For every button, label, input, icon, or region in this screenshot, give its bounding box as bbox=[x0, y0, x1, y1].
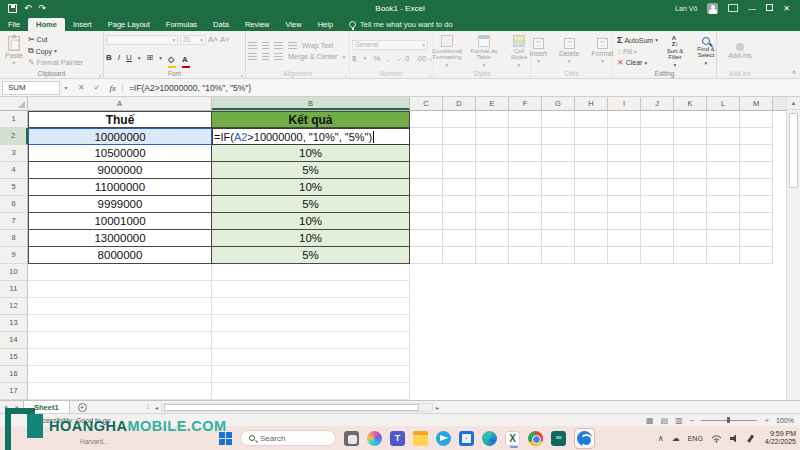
row-header-15[interactable]: 15 bbox=[0, 349, 28, 366]
column-header-m[interactable]: M bbox=[740, 97, 773, 110]
column-header-h[interactable]: H bbox=[575, 97, 608, 110]
percent-style-icon[interactable]: % bbox=[373, 54, 380, 63]
tell-me-box[interactable]: Tell me what you want to do bbox=[341, 18, 461, 31]
cell-b12[interactable] bbox=[212, 298, 410, 315]
underline-button[interactable]: U bbox=[126, 53, 132, 62]
select-all-corner[interactable] bbox=[0, 97, 28, 110]
scroll-up-icon[interactable]: ▲ bbox=[787, 97, 800, 110]
wrap-text-icon[interactable] bbox=[288, 42, 297, 49]
align-middle-icon[interactable] bbox=[262, 42, 269, 49]
column-header-j[interactable]: J bbox=[641, 97, 674, 110]
zoom-in-icon[interactable]: + bbox=[764, 416, 769, 425]
cell-a11[interactable] bbox=[28, 281, 212, 298]
row-header-7[interactable]: 7 bbox=[0, 213, 28, 230]
fill-color-icon[interactable]: ◇ bbox=[168, 48, 176, 68]
vertical-scrollbar[interactable]: ▲ bbox=[786, 97, 800, 400]
align-bottom-icon[interactable] bbox=[274, 42, 283, 49]
bold-button[interactable]: B bbox=[106, 53, 112, 62]
row-header-17[interactable]: 17 bbox=[0, 383, 28, 400]
zoom-out-icon[interactable]: − bbox=[690, 416, 695, 425]
column-header-c[interactable]: C bbox=[410, 97, 443, 110]
cancel-entry-icon[interactable]: ✕ bbox=[78, 83, 85, 92]
cell-a6[interactable]: 9999000 bbox=[28, 196, 212, 213]
font-color-icon[interactable]: A bbox=[182, 48, 190, 68]
name-box-dropdown-icon[interactable]: ▾ bbox=[60, 84, 72, 91]
increase-decimal-icon[interactable]: ←.0 bbox=[397, 55, 410, 62]
decrease-font-icon[interactable]: A˅ bbox=[220, 35, 230, 45]
cell-a5[interactable]: 11000000 bbox=[28, 179, 212, 196]
cell-a8[interactable]: 13000000 bbox=[28, 230, 212, 247]
cell-a12[interactable] bbox=[28, 298, 212, 315]
cell-b2-formula-edit[interactable]: =IF(A2>10000000, "10%", "5%") bbox=[212, 128, 410, 145]
clock[interactable]: 9:59 PM 4/22/2025 bbox=[765, 430, 796, 446]
row-header-1[interactable]: 1 bbox=[0, 111, 28, 128]
row-header-4[interactable]: 4 bbox=[0, 162, 28, 179]
tab-home[interactable]: Home bbox=[28, 18, 65, 32]
number-dialog-launcher-icon[interactable]: ⌟ bbox=[428, 70, 431, 77]
row-header-10[interactable]: 10 bbox=[0, 264, 28, 281]
tab-file[interactable]: File bbox=[0, 18, 28, 32]
tab-page-layout[interactable]: Page Layout bbox=[100, 18, 158, 32]
row-header-9[interactable]: 9 bbox=[0, 247, 28, 264]
row-header-5[interactable]: 5 bbox=[0, 179, 28, 196]
row-header-2[interactable]: 2 bbox=[0, 128, 28, 145]
cell-b16[interactable] bbox=[212, 366, 410, 383]
volume-icon[interactable] bbox=[730, 434, 739, 443]
column-header-e[interactable]: E bbox=[476, 97, 509, 110]
task-view-icon[interactable] bbox=[344, 431, 359, 446]
row-header-13[interactable]: 13 bbox=[0, 315, 28, 332]
column-header-i[interactable]: I bbox=[608, 97, 641, 110]
active-app-slot[interactable] bbox=[574, 428, 595, 449]
cell-b6[interactable]: 5% bbox=[212, 196, 410, 213]
vertical-scroll-thumb[interactable] bbox=[789, 113, 798, 188]
teams-icon[interactable]: T bbox=[390, 431, 405, 446]
row-header-14[interactable]: 14 bbox=[0, 332, 28, 349]
collapse-ribbon-icon[interactable]: ˄ bbox=[792, 69, 796, 76]
tab-view[interactable]: View bbox=[278, 18, 310, 32]
zoom-slider[interactable] bbox=[701, 420, 757, 421]
page-break-view-icon[interactable]: ▥ bbox=[675, 416, 683, 425]
format-as-table-button[interactable]: Format as Table▾ bbox=[467, 33, 501, 69]
borders-icon[interactable]: ⊞ bbox=[147, 53, 154, 62]
ribbon-display-options-icon[interactable] bbox=[728, 4, 738, 12]
row-header-16[interactable]: 16 bbox=[0, 366, 28, 383]
insert-function-icon[interactable]: fx bbox=[109, 83, 116, 93]
column-header-l[interactable]: L bbox=[707, 97, 740, 110]
file-explorer-icon[interactable] bbox=[413, 431, 428, 446]
accounting-format-icon[interactable]: $ bbox=[352, 54, 356, 63]
insert-cells-button[interactable]: Insert▾ bbox=[527, 33, 551, 69]
clipboard-dialog-launcher-icon[interactable]: ⌟ bbox=[98, 70, 101, 77]
row-header-6[interactable]: 6 bbox=[0, 196, 28, 213]
restore-button[interactable] bbox=[766, 4, 773, 13]
row-header-3[interactable]: 3 bbox=[0, 145, 28, 162]
column-header-b[interactable]: B bbox=[212, 97, 410, 110]
cell-a4[interactable]: 9000000 bbox=[28, 162, 212, 179]
cell-b13[interactable] bbox=[212, 315, 410, 332]
cut-button[interactable]: ✂Cut bbox=[26, 34, 85, 45]
column-header-g[interactable]: G bbox=[542, 97, 575, 110]
edge-icon[interactable] bbox=[482, 431, 497, 446]
paste-button[interactable]: Paste ▾ bbox=[2, 33, 26, 69]
autosum-button[interactable]: ΣAutoSum▾ bbox=[615, 34, 660, 46]
merge-center-icon[interactable] bbox=[274, 53, 283, 60]
wifi-icon[interactable] bbox=[711, 434, 722, 443]
zoom-slider-knob[interactable] bbox=[727, 417, 730, 423]
cell-b4[interactable]: 5% bbox=[212, 162, 410, 179]
store-app-icon[interactable] bbox=[459, 431, 474, 446]
cell-b8[interactable]: 10% bbox=[212, 230, 410, 247]
cell-a14[interactable] bbox=[28, 332, 212, 349]
page-layout-view-icon[interactable]: ▤ bbox=[661, 416, 669, 425]
comma-style-icon[interactable]: , bbox=[387, 54, 389, 63]
tab-formulas[interactable]: Formulas bbox=[158, 18, 205, 32]
sort-filter-button[interactable]: AZ↕ Sort & Filter▾ bbox=[660, 33, 690, 69]
clear-button[interactable]: ✕Clear▾ bbox=[615, 57, 660, 68]
hidden-icons-chevron[interactable]: ∧ bbox=[658, 434, 664, 443]
copy-button[interactable]: ⧉Copy▾ bbox=[26, 45, 85, 57]
language-indicator[interactable]: ENG bbox=[688, 435, 703, 442]
tab-help[interactable]: Help bbox=[310, 18, 341, 32]
number-format-combo[interactable]: General▾ bbox=[352, 40, 428, 50]
scroll-right-icon[interactable]: ▸ bbox=[433, 404, 442, 411]
conditional-formatting-button[interactable]: Conditional Formatting▾ bbox=[429, 33, 465, 69]
row-header-12[interactable]: 12 bbox=[0, 298, 28, 315]
align-center-icon[interactable] bbox=[262, 53, 269, 60]
